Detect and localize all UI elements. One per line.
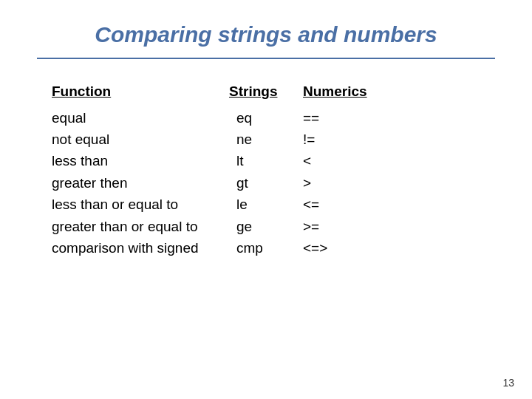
list-item: eq [229,107,303,129]
list-item: >= [303,216,367,237]
list-item: cmp [229,237,303,259]
list-item: not equal [52,129,229,150]
list-item: lt [229,150,303,171]
list-item: <= [303,194,367,215]
slide-title: Comparing strings and numbers [37,22,495,47]
list-item: < [303,150,367,171]
divider [37,58,495,59]
strings-column: Strings eq ne lt gt le ge cmp [229,81,303,259]
list-item: ne [229,129,303,150]
page-number: 13 [502,377,514,389]
list-item: <=> [303,237,367,259]
list-item: less than [52,150,229,171]
function-column: Function equal not equal less than great… [52,81,229,259]
list-item: ge [229,216,303,237]
numerics-header: Numerics [303,81,367,103]
list-item: greater than or equal to [52,216,229,237]
list-item: != [303,129,367,150]
numerics-column: Numerics == != < > <= >= <=> [303,81,367,259]
list-item: le [229,194,303,215]
content-table: Function equal not equal less than great… [37,81,495,259]
strings-header: Strings [229,81,303,103]
slide: Comparing strings and numbers Function e… [0,0,532,399]
function-header: Function [52,81,229,103]
list-item: equal [52,107,229,129]
list-item: gt [229,172,303,194]
list-item: == [303,107,367,129]
list-item: comparison with signed [52,237,229,259]
list-item: > [303,172,367,194]
list-item: less than or equal to [52,194,229,215]
list-item: greater then [52,172,229,194]
